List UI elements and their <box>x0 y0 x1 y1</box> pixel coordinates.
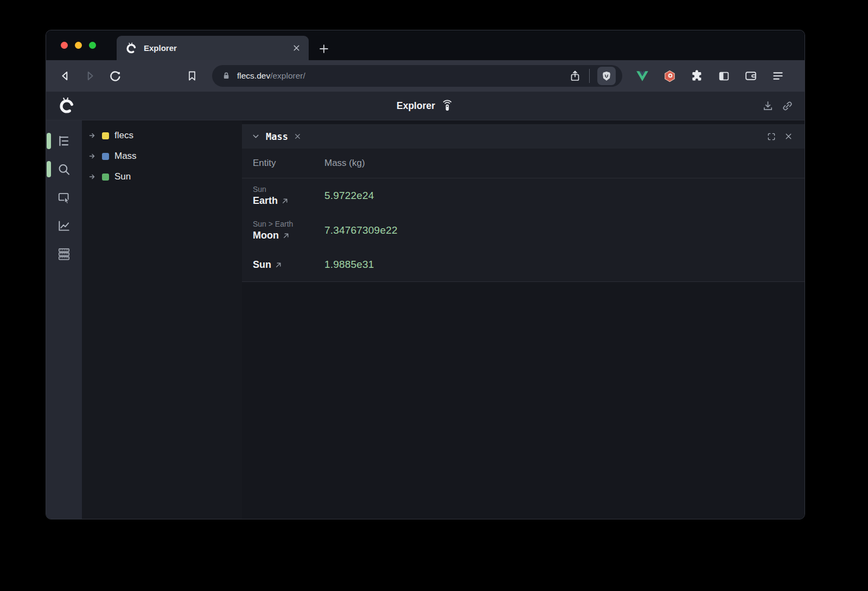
download-icon[interactable] <box>761 99 774 112</box>
tree-item-label: Mass <box>114 151 137 162</box>
url-domain: flecs.dev <box>237 71 270 81</box>
column-header-entity: Entity <box>253 158 324 169</box>
divider <box>589 69 590 83</box>
wallet-icon[interactable] <box>744 69 758 83</box>
query-results-table: Entity Mass (kg) Sun Earth <box>242 149 805 281</box>
entity-name[interactable]: Sun <box>253 259 271 271</box>
flecs-logo-icon <box>58 97 75 114</box>
sidebar-toggle-icon[interactable] <box>717 69 731 83</box>
tab-bar: Explorer <box>46 30 805 60</box>
new-tab-button[interactable] <box>317 42 330 55</box>
table-row: Sun > Earth Moon 7.34767309e22 <box>242 213 805 248</box>
memory-icon[interactable] <box>57 247 71 261</box>
external-link-icon[interactable] <box>275 261 282 268</box>
page-title: Explorer <box>397 100 435 112</box>
search-icon[interactable] <box>57 162 71 176</box>
query-title: Mass <box>266 131 288 142</box>
traffic-lights <box>61 42 96 49</box>
entity-parent-path: Sun <box>253 185 324 194</box>
query-close-icon[interactable] <box>293 132 302 140</box>
extensions-puzzle-icon[interactable] <box>690 69 704 83</box>
extensions-row <box>635 69 785 83</box>
tree-item-label: Sun <box>114 171 131 182</box>
reload-button[interactable] <box>106 67 124 85</box>
entity-name[interactable]: Moon <box>253 230 279 241</box>
bookmark-icon[interactable] <box>183 67 201 85</box>
inspect-icon[interactable] <box>57 190 71 204</box>
main-panel: Mass Ent <box>242 120 805 519</box>
flecs-favicon-icon <box>125 42 137 54</box>
tree-panel-icon[interactable] <box>57 134 71 148</box>
browser-window: Explorer <box>46 30 805 519</box>
chevron-down-icon[interactable] <box>251 132 260 141</box>
hexagon-extension-icon[interactable] <box>662 69 676 83</box>
back-button[interactable] <box>56 67 74 85</box>
entity-color-swatch <box>102 174 109 181</box>
external-link-icon[interactable] <box>282 197 289 204</box>
tree-item-sun[interactable]: Sun <box>82 166 242 187</box>
mass-value: 7.34767309e22 <box>324 219 398 242</box>
active-indicator <box>47 133 51 149</box>
mass-value: 1.9885e31 <box>324 254 374 275</box>
expand-arrow-icon[interactable] <box>88 152 97 160</box>
zoom-window-button[interactable] <box>89 42 96 49</box>
entity-tree-panel: flecs Mass Sun <box>82 120 242 519</box>
vue-devtools-icon[interactable] <box>635 69 649 83</box>
entity-color-swatch <box>102 153 109 160</box>
browser-toolbar: flecs.dev/explorer/ <box>46 60 805 92</box>
tree-item-mass[interactable]: Mass <box>82 146 242 166</box>
minimize-window-button[interactable] <box>75 42 82 49</box>
table-header: Entity Mass (kg) <box>242 149 805 178</box>
tree-item-flecs[interactable]: flecs <box>82 125 242 146</box>
forward-button[interactable] <box>81 67 99 85</box>
menu-icon[interactable] <box>771 69 785 83</box>
left-icon-sidebar <box>46 120 82 519</box>
stats-chart-icon[interactable] <box>57 219 71 233</box>
mass-value: 5.9722e24 <box>324 184 374 207</box>
table-row: Sun 1.9885e31 <box>242 248 805 281</box>
lock-icon <box>221 70 232 81</box>
table-row: Sun Earth 5.9722e24 <box>242 178 805 213</box>
url-path: /explorer/ <box>270 71 305 81</box>
active-indicator <box>47 161 51 177</box>
app-header: Explorer <box>46 92 805 120</box>
url-bar[interactable]: flecs.dev/explorer/ <box>212 65 622 87</box>
tree-item-label: flecs <box>114 130 133 141</box>
panel-close-icon[interactable] <box>784 132 793 141</box>
external-link-icon[interactable] <box>283 232 290 239</box>
expand-arrow-icon[interactable] <box>88 172 97 181</box>
tab-close-icon[interactable] <box>292 43 301 53</box>
query-panel: Mass Ent <box>242 124 805 282</box>
tab-explorer[interactable]: Explorer <box>117 36 309 60</box>
entity-color-swatch <box>102 132 109 139</box>
link-icon[interactable] <box>781 99 794 112</box>
brave-shield-icon[interactable] <box>597 67 616 85</box>
remote-connection-icon <box>441 99 454 113</box>
fullscreen-icon[interactable] <box>767 132 776 142</box>
tab-title: Explorer <box>144 43 292 53</box>
expand-arrow-icon[interactable] <box>88 131 97 140</box>
entity-name[interactable]: Earth <box>253 195 278 207</box>
share-icon[interactable] <box>569 69 582 82</box>
close-window-button[interactable] <box>61 42 68 49</box>
query-panel-header: Mass <box>242 124 805 149</box>
column-header-mass: Mass (kg) <box>324 158 365 169</box>
entity-parent-path: Sun > Earth <box>253 220 324 228</box>
